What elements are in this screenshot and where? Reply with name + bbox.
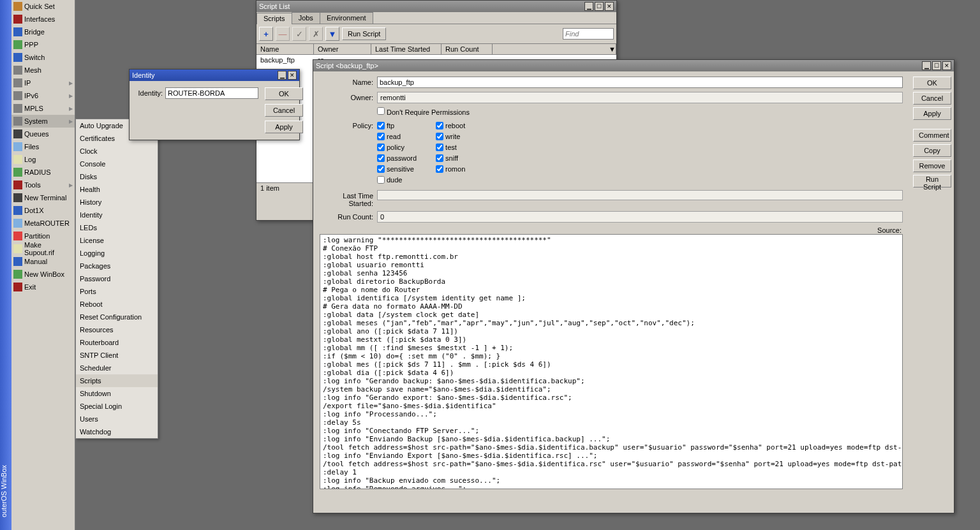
sidebar-item-mpls[interactable]: MPLS▶ xyxy=(11,102,75,115)
sidebar-item-radius[interactable]: RADIUS xyxy=(11,166,75,179)
submenu-item-users[interactable]: Users xyxy=(76,413,158,425)
sidebar-item-ipv6[interactable]: IPv6▶ xyxy=(11,89,75,102)
menu-icon xyxy=(13,244,22,253)
remove-button[interactable]: Remove xyxy=(913,159,951,172)
submenu-item-leds[interactable]: LEDs xyxy=(76,221,158,234)
column-header[interactable]: Last Time Started xyxy=(371,44,442,54)
policy-ftp-checkbox[interactable]: ftp xyxy=(377,120,417,131)
column-header[interactable]: Name xyxy=(256,44,314,54)
close-icon[interactable]: ✕ xyxy=(942,61,951,70)
policy-sensitive-checkbox[interactable]: sensitive xyxy=(377,163,417,174)
tab-environment[interactable]: Environment xyxy=(320,12,373,24)
tab-jobs[interactable]: Jobs xyxy=(292,12,320,24)
submenu-item-ports[interactable]: Ports xyxy=(76,285,158,298)
submenu-item-scheduler[interactable]: Scheduler xyxy=(76,362,158,374)
policy-password-checkbox[interactable]: password xyxy=(377,152,417,163)
submenu-item-shutdown[interactable]: Shutdown xyxy=(76,387,158,400)
submenu-item-disks[interactable]: Disks xyxy=(76,170,158,183)
maximize-icon[interactable]: ☐ xyxy=(595,2,604,11)
policy-sniff-checkbox[interactable]: sniff xyxy=(436,152,465,163)
source-textarea[interactable] xyxy=(320,234,903,489)
ok-button[interactable]: OK xyxy=(913,77,951,89)
submenu-item-scripts[interactable]: Scripts xyxy=(76,374,158,387)
submenu-item-identity[interactable]: Identity xyxy=(76,209,158,221)
cancel-button[interactable]: Cancel xyxy=(913,92,951,105)
sidebar-item-queues[interactable]: Queues xyxy=(11,128,75,140)
sidebar-item-metarouter[interactable]: MetaROUTER xyxy=(11,217,75,230)
submenu-item-resources[interactable]: Resources xyxy=(76,323,158,336)
policy-read-checkbox[interactable]: read xyxy=(377,131,417,142)
policy-test-checkbox[interactable]: test xyxy=(436,142,465,152)
column-header[interactable]: Run Count xyxy=(442,44,493,54)
submenu-item-packages[interactable]: Packages xyxy=(76,260,158,272)
cancel-button[interactable]: Cancel xyxy=(265,104,303,117)
sidebar-item-mesh[interactable]: Mesh xyxy=(11,64,75,77)
sidebar-item-log[interactable]: Log xyxy=(11,153,75,166)
sidebar-item-files[interactable]: Files xyxy=(11,140,75,153)
submenu-item-license[interactable]: License xyxy=(76,234,158,247)
sidebar-item-exit[interactable]: Exit xyxy=(11,281,75,293)
sidebar-item-ip[interactable]: IP▶ xyxy=(11,77,75,89)
sidebar-item-dot1x[interactable]: Dot1X xyxy=(11,204,75,217)
submenu-item-password[interactable]: Password xyxy=(76,272,158,285)
filter-button[interactable]: ▼ xyxy=(325,27,339,41)
submenu-item-special-login[interactable]: Special Login xyxy=(76,400,158,413)
sidebar-item-bridge[interactable]: Bridge xyxy=(11,26,75,38)
sidebar-item-manual[interactable]: Manual xyxy=(11,255,75,268)
sidebar-item-ppp[interactable]: PPP xyxy=(11,38,75,51)
run-script-button[interactable]: Run Script xyxy=(342,27,386,40)
submenu-item-health[interactable]: Health xyxy=(76,183,158,196)
close-icon[interactable]: ✕ xyxy=(605,2,614,11)
policy-dude-checkbox[interactable]: dude xyxy=(377,174,417,185)
name-input[interactable] xyxy=(377,77,903,88)
copy-button[interactable]: Copy xyxy=(913,144,951,157)
minimize-icon[interactable]: ▁ xyxy=(584,2,593,11)
disable-button[interactable]: ✗ xyxy=(309,27,323,41)
script-list-titlebar[interactable]: Script List ▁ ☐ ✕ xyxy=(256,1,616,12)
submenu-item-clock[interactable]: Clock xyxy=(76,145,158,158)
submenu-item-reboot[interactable]: Reboot xyxy=(76,298,158,311)
sidebar-item-switch[interactable]: Switch xyxy=(11,51,75,64)
add-button[interactable]: + xyxy=(259,27,273,41)
comment-button[interactable]: Comment xyxy=(913,129,951,142)
run-script-button[interactable]: Run Script xyxy=(913,175,951,188)
policy-romon-checkbox[interactable]: romon xyxy=(436,163,465,174)
remove-button[interactable]: — xyxy=(276,27,290,41)
sidebar-item-interfaces[interactable]: Interfaces xyxy=(11,13,75,26)
sidebar-item-new-winbox[interactable]: New WinBox xyxy=(11,268,75,281)
submenu-item-sntp-client[interactable]: SNTP Client xyxy=(76,349,158,362)
maximize-icon[interactable]: ☐ xyxy=(932,61,941,70)
submenu-item-reset-configuration[interactable]: Reset Configuration xyxy=(76,311,158,323)
sidebar-item-system[interactable]: System▶ xyxy=(11,115,75,128)
policy-policy-checkbox[interactable]: policy xyxy=(377,142,417,152)
submenu-item-watchdog[interactable]: Watchdog xyxy=(76,425,158,438)
sidebar-item-tools[interactable]: Tools▶ xyxy=(11,179,75,191)
sidebar-item-partition[interactable]: Partition xyxy=(11,230,75,242)
identity-titlebar[interactable]: Identity ▁ ✕ xyxy=(130,70,299,81)
columns-dropdown-icon[interactable]: ▼ xyxy=(605,44,616,54)
enable-button[interactable]: ✓ xyxy=(292,27,306,41)
submenu-item-routerboard[interactable]: Routerboard xyxy=(76,336,158,349)
tab-scripts[interactable]: Scripts xyxy=(256,13,292,24)
policy-write-checkbox[interactable]: write xyxy=(436,131,465,142)
apply-button[interactable]: Apply xyxy=(913,107,951,120)
sidebar-item-make-supout.rif[interactable]: Make Supout.rif xyxy=(11,242,75,255)
close-icon[interactable]: ✕ xyxy=(288,71,297,80)
sidebar-item-quick-set[interactable]: Quick Set xyxy=(11,0,75,13)
ok-button[interactable]: OK xyxy=(265,87,303,100)
minimize-icon[interactable]: ▁ xyxy=(922,61,931,70)
script-edit-titlebar[interactable]: Script <backup_ftp> ▁ ☐ ✕ xyxy=(313,60,954,71)
find-input[interactable] xyxy=(563,28,614,40)
submenu-item-history[interactable]: History xyxy=(76,196,158,209)
caret-right-icon: ▶ xyxy=(69,182,73,188)
identity-input[interactable] xyxy=(165,87,258,99)
submenu-item-logging[interactable]: Logging xyxy=(76,247,158,260)
submenu-item-console[interactable]: Console xyxy=(76,158,158,170)
policy-reboot-checkbox[interactable]: reboot xyxy=(436,120,465,131)
dont-require-checkbox[interactable]: Don't Require Permissions xyxy=(377,108,470,116)
minimize-icon[interactable]: ▁ xyxy=(278,71,286,80)
apply-button[interactable]: Apply xyxy=(265,121,303,133)
sidebar-item-label: System xyxy=(24,117,48,125)
column-header[interactable]: Owner xyxy=(314,44,371,54)
sidebar-item-new-terminal[interactable]: New Terminal xyxy=(11,191,75,204)
